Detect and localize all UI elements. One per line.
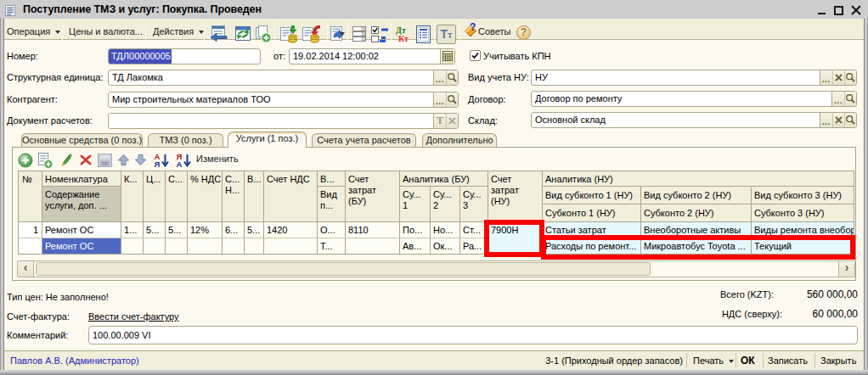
svg-text:?: ? <box>470 22 476 33</box>
